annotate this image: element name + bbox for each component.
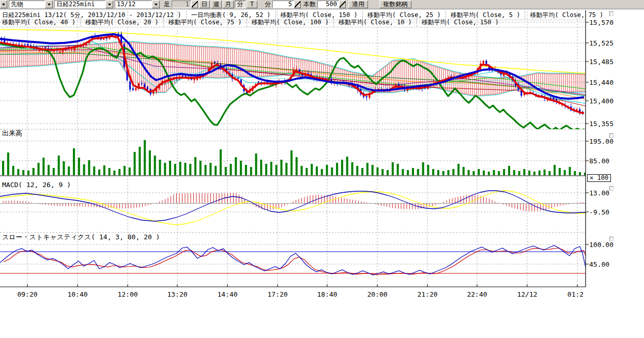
spin-button[interactable]	[294, 1, 301, 8]
period-minute-button[interactable]: 分	[235, 1, 246, 8]
symbol-combo-drop[interactable]	[105, 1, 113, 8]
market-combo-drop[interactable]	[45, 1, 53, 8]
time-axis-label: 12/12	[516, 290, 539, 298]
chart-canvas	[0, 0, 644, 338]
symbol-combo[interactable]: 日経225mini	[54, 1, 113, 8]
spin-icon	[192, 1, 197, 8]
price-axis-label: 15,525	[589, 39, 614, 47]
apply-button[interactable]: 適用	[348, 1, 368, 8]
market-combo[interactable]: 先物	[9, 1, 53, 8]
bar-interval-value: 1	[172, 1, 191, 8]
price-axis-label: 15,485	[589, 58, 614, 66]
bar-count-value: 500	[317, 1, 339, 8]
bar-type-label: 足	[164, 0, 170, 9]
time-axis-label: 13:20	[166, 290, 189, 298]
contract-month-combo[interactable]: 13/12	[115, 1, 160, 8]
macd-pane-label: MACD( 12, 26, 9 )	[2, 181, 71, 189]
bar-interval-stepper[interactable]: 1	[172, 1, 198, 8]
legend-row-2: 移動平均( Close, 40 ) 移動平均( Close, 20 ) 移動平均…	[1, 18, 586, 27]
spin-button[interactable]	[339, 1, 346, 8]
symbol-combo-value: 日経225mini	[54, 1, 105, 8]
period-week-button[interactable]: 週	[211, 1, 222, 8]
volume-axis-label: 85.00	[589, 157, 609, 165]
volume-pane-label: 出来高	[2, 129, 22, 138]
time-axis-label: 09:20	[16, 290, 39, 298]
price-axis-label: 15,400	[589, 97, 614, 105]
legend-ma40: 移動平均( Close, 40 )	[1, 18, 81, 27]
toolbar: 先物 日経225mini 13/12 足 1 日 週 月 分 T 分 5 本数 …	[0, 0, 644, 9]
spin-button[interactable]	[191, 1, 198, 8]
spin-icon	[340, 1, 345, 8]
stoch-axis-label: 100.00	[589, 241, 614, 249]
time-axis-label: 14:40	[216, 290, 239, 298]
time-axis-label: 10:40	[66, 290, 89, 298]
time-axis-label: 12:00	[116, 290, 139, 298]
volume-multiplier-badge: × 100	[587, 174, 611, 182]
macd-axis-label: 13.00	[589, 189, 609, 197]
stochastics-pane-label: スロー・ストキャスティクス( 14, 3, 80, 20 )	[2, 233, 160, 242]
time-axis-label: 21:20	[416, 290, 439, 298]
pane-resize-handle[interactable]	[609, 11, 614, 16]
chevron-down-icon	[155, 4, 158, 6]
chevron-down-icon	[48, 4, 51, 6]
pane-resize-handle[interactable]	[609, 186, 614, 191]
multi-symbol-button[interactable]: 複数銘柄	[379, 1, 411, 8]
minute-label: 分	[265, 0, 271, 9]
chevron-down-icon	[108, 4, 111, 6]
chart-application: { "toolbar": { "combos": [ {"value": "先物…	[0, 0, 644, 338]
stoch-axis-label: 45.00	[589, 260, 609, 268]
partial-combo-drop-button[interactable]	[0, 1, 7, 8]
pane-resize-handle[interactable]	[609, 133, 614, 138]
legend-ma100: 移動平均( Close, 100 )	[247, 18, 334, 27]
price-axis-label: 15,355	[589, 120, 614, 128]
minute-stepper[interactable]: 5	[272, 1, 301, 8]
period-month-button[interactable]: 月	[223, 1, 234, 8]
period-day-button[interactable]: 日	[199, 1, 210, 8]
legend-ma20: 移動平均( Close, 20 )	[81, 18, 164, 27]
contract-month-combo-drop[interactable]	[152, 1, 160, 8]
price-axis-label: 15,440	[589, 79, 614, 86]
legend-ma150b: 移動平均( Close, 150 )	[417, 18, 503, 27]
pane-resize-handle[interactable]	[609, 237, 614, 241]
chevron-down-icon	[2, 4, 5, 6]
contract-month-combo-value: 13/12	[115, 1, 152, 8]
volume-axis-label: 195.00	[589, 137, 614, 145]
macd-axis-label: -9.50	[589, 208, 609, 216]
legend-ma10: 移動平均( Close, 10 )	[334, 18, 417, 27]
period-tick-button[interactable]: T	[247, 1, 257, 8]
minute-value: 5	[272, 1, 294, 8]
price-axis-label: 15,570	[589, 19, 614, 26]
bar-count-label: 本数	[303, 0, 316, 9]
spin-icon	[295, 1, 300, 8]
time-axis-label: 20:00	[366, 290, 389, 298]
time-axis-label: 18:40	[316, 290, 339, 298]
time-axis-label: 17:20	[266, 290, 289, 298]
time-axis-label: 22:40	[466, 290, 488, 298]
legend-ma75b: 移動平均( Close, 75 )	[164, 18, 247, 27]
bar-count-stepper[interactable]: 500	[317, 1, 346, 8]
market-combo-value: 先物	[9, 1, 45, 8]
time-axis-label: 01:2	[566, 290, 585, 298]
